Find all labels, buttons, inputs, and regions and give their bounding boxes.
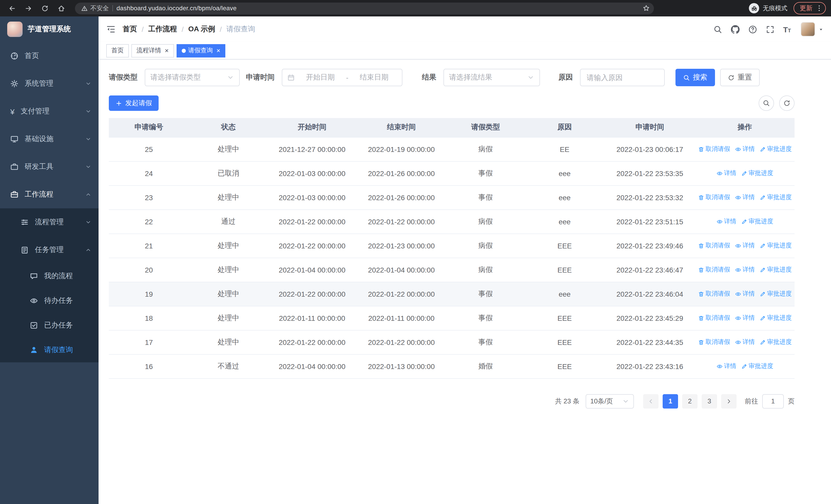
table-row: 25处理中2021-12-27 00:00:002022-01-19 00:00… bbox=[109, 137, 795, 161]
trash-icon bbox=[698, 194, 704, 200]
detail-link[interactable]: 详情 bbox=[735, 145, 755, 153]
reset-button[interactable]: 重置 bbox=[720, 69, 760, 86]
approval-progress-link-label: 审批进度 bbox=[767, 265, 792, 274]
result-select[interactable]: 请选择流结果 bbox=[443, 69, 540, 86]
cell-leave-type: 病假 bbox=[447, 234, 524, 258]
breadcrumb-item[interactable]: 工作流程 bbox=[148, 25, 177, 34]
approval-progress-link[interactable]: 审批进度 bbox=[760, 314, 792, 322]
leave-type-select[interactable]: 请选择请假类型 bbox=[145, 69, 240, 86]
detail-link[interactable]: 详情 bbox=[716, 217, 736, 226]
detail-link[interactable]: 详情 bbox=[735, 241, 755, 250]
avatar[interactable] bbox=[801, 22, 815, 36]
detail-link[interactable]: 详情 bbox=[735, 193, 755, 202]
reload-icon[interactable] bbox=[38, 2, 51, 15]
user-menu[interactable] bbox=[801, 22, 823, 36]
cancel-leave-link[interactable]: 取消请假 bbox=[698, 314, 730, 322]
collapse-sidebar-icon[interactable] bbox=[106, 25, 115, 34]
cancel-leave-link[interactable]: 取消请假 bbox=[698, 241, 730, 250]
sidebar-item-dev-tools[interactable]: 研发工具 bbox=[0, 153, 98, 181]
detail-link-label: 详情 bbox=[742, 193, 755, 202]
app: 芋道管理系统 首页系统管理¥支付管理基础设施研发工具工作流程流程管理任务管理我的… bbox=[0, 17, 831, 504]
search-icon[interactable] bbox=[713, 25, 722, 34]
sidebar-item-task-management[interactable]: 任务管理 bbox=[0, 236, 98, 264]
font-size-icon[interactable]: TT bbox=[783, 25, 791, 33]
cancel-leave-link[interactable]: 取消请假 bbox=[698, 145, 730, 153]
search-button-label: 搜索 bbox=[693, 73, 707, 82]
url-text: dashboard.yudao.iocoder.cn/bpm/oa/leave bbox=[116, 5, 639, 12]
approval-progress-link[interactable]: 审批进度 bbox=[760, 193, 792, 202]
home-icon[interactable] bbox=[54, 2, 68, 15]
create-leave-button[interactable]: 发起请假 bbox=[109, 95, 159, 111]
help-icon[interactable] bbox=[748, 25, 757, 34]
menu-dots-icon[interactable] bbox=[815, 5, 823, 12]
detail-link[interactable]: 详情 bbox=[735, 338, 755, 347]
approval-progress-link[interactable]: 审批进度 bbox=[760, 265, 792, 274]
sidebar-item-infrastructure[interactable]: 基础设施 bbox=[0, 125, 98, 153]
sidebar-item-workflow[interactable]: 工作流程 bbox=[0, 181, 98, 208]
cell-end-time: 2022-01-04 00:00:00 bbox=[356, 258, 447, 282]
tab-home[interactable]: 首页 bbox=[106, 44, 129, 57]
sidebar-item-todo-tasks[interactable]: 待办任务 bbox=[0, 289, 98, 313]
pagination: 共 23 条 10条/页 123 前往 bbox=[109, 394, 795, 408]
toggle-search-button[interactable] bbox=[758, 95, 774, 111]
sidebar-item-leave-query[interactable]: 请假查询 bbox=[0, 338, 98, 362]
detail-link[interactable]: 详情 bbox=[735, 265, 755, 274]
approval-progress-link[interactable]: 审批进度 bbox=[741, 169, 773, 178]
back-icon[interactable] bbox=[5, 2, 19, 15]
page-size-select[interactable]: 10条/页 bbox=[586, 394, 634, 408]
sidebar-item-system-management[interactable]: 系统管理 bbox=[0, 70, 98, 97]
detail-link[interactable]: 详情 bbox=[716, 169, 736, 178]
address-bar[interactable]: 不安全 dashboard.yudao.iocoder.cn/bpm/oa/le… bbox=[75, 2, 654, 14]
goto-page-input[interactable] bbox=[762, 394, 784, 408]
cancel-leave-link[interactable]: 取消请假 bbox=[698, 290, 730, 298]
apply-time-range-picker[interactable]: 开始日期 - 结束日期 bbox=[282, 69, 402, 86]
browser-chrome: 不安全 dashboard.yudao.iocoder.cn/bpm/oa/le… bbox=[0, 0, 831, 17]
bookmark-star-icon[interactable] bbox=[642, 5, 650, 12]
page-button-3[interactable]: 3 bbox=[701, 394, 717, 408]
detail-link[interactable]: 详情 bbox=[716, 362, 736, 370]
approval-progress-link[interactable]: 审批进度 bbox=[760, 338, 792, 347]
chevron-up-icon bbox=[85, 191, 91, 198]
security-warning[interactable]: 不安全 bbox=[81, 4, 109, 12]
cell-start-time: 2022-01-11 00:00:00 bbox=[268, 306, 356, 330]
cell-end-time: 2022-01-26 00:00:00 bbox=[356, 185, 447, 209]
breadcrumb-item[interactable]: OA 示例 bbox=[189, 25, 215, 34]
eye-icon bbox=[716, 218, 722, 225]
forward-icon[interactable] bbox=[22, 2, 35, 15]
approval-progress-link[interactable]: 审批进度 bbox=[760, 145, 792, 153]
sidebar-item-my-processes[interactable]: 我的流程 bbox=[0, 264, 98, 289]
reason-input[interactable] bbox=[580, 69, 665, 86]
search-button[interactable]: 搜索 bbox=[676, 69, 715, 86]
tab-leave-query[interactable]: 请假查询× bbox=[176, 44, 225, 57]
sidebar-item-done-tasks[interactable]: 已办任务 bbox=[0, 313, 98, 338]
page-button-2[interactable]: 2 bbox=[682, 394, 697, 408]
refresh-table-button[interactable] bbox=[779, 95, 795, 111]
close-icon[interactable]: × bbox=[165, 47, 169, 54]
cancel-leave-link[interactable]: 取消请假 bbox=[698, 193, 730, 202]
close-icon[interactable]: × bbox=[216, 47, 220, 54]
page-button-1[interactable]: 1 bbox=[663, 394, 678, 408]
cancel-leave-link[interactable]: 取消请假 bbox=[698, 265, 730, 274]
cell-id: 18 bbox=[109, 306, 189, 330]
github-icon[interactable] bbox=[730, 25, 739, 34]
update-button[interactable]: 更新 bbox=[794, 2, 826, 14]
prev-page-button[interactable] bbox=[643, 394, 659, 408]
detail-link[interactable]: 详情 bbox=[735, 290, 755, 298]
sidebar-item-process-management[interactable]: 流程管理 bbox=[0, 208, 98, 236]
sidebar-item-home[interactable]: 首页 bbox=[0, 42, 98, 70]
approval-progress-link[interactable]: 审批进度 bbox=[760, 241, 792, 250]
approval-progress-link[interactable]: 审批进度 bbox=[760, 290, 792, 298]
chevron-left-icon bbox=[648, 398, 654, 404]
cancel-leave-link[interactable]: 取消请假 bbox=[698, 338, 730, 347]
tab-process-detail[interactable]: 流程详情× bbox=[132, 44, 174, 57]
approval-progress-link[interactable]: 审批进度 bbox=[741, 217, 773, 226]
detail-link[interactable]: 详情 bbox=[735, 314, 755, 322]
sidebar-item-payment-management[interactable]: ¥支付管理 bbox=[0, 97, 98, 125]
fullscreen-icon[interactable] bbox=[766, 25, 774, 34]
table-row: 24已取消2022-01-03 00:00:002022-01-26 00:00… bbox=[109, 161, 795, 185]
pen-icon bbox=[760, 194, 766, 200]
approval-progress-link[interactable]: 审批进度 bbox=[741, 362, 773, 370]
next-page-button[interactable] bbox=[721, 394, 737, 408]
pen-icon bbox=[760, 339, 766, 345]
breadcrumb-item[interactable]: 首页 bbox=[123, 25, 137, 34]
